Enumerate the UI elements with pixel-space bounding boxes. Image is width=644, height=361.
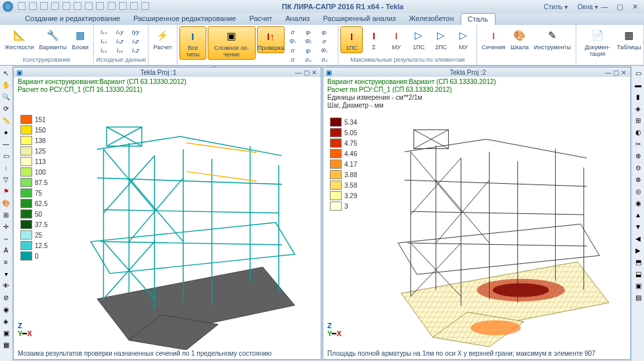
tab-create-edit[interactable]: Создание и редактирование: [18, 13, 127, 25]
tool-axis-icon[interactable]: ✛: [1, 222, 11, 231]
docs-button[interactable]: 📄Докумен-тация: [578, 26, 617, 58]
rtool-2-icon[interactable]: ▬: [633, 80, 643, 89]
rtool-19-icon[interactable]: ▣: [633, 281, 643, 290]
view-min-icon[interactable]: —: [294, 69, 302, 76]
view-max-icon[interactable]: ▢: [302, 69, 310, 76]
tool-hide-icon[interactable]: ⊘: [1, 293, 11, 302]
check-button[interactable]: I↑Проверка: [257, 26, 285, 53]
rtool-1-icon[interactable]: ▭: [633, 68, 643, 77]
view-left-icon[interactable]: ▣: [16, 69, 22, 76]
tool-support-icon[interactable]: ▽: [1, 175, 11, 184]
tool-show-icon[interactable]: ◉: [1, 305, 11, 314]
tool-iso-icon[interactable]: ◈: [1, 316, 11, 326]
qat-flag-icon[interactable]: [141, 2, 149, 10]
rtool-7-icon[interactable]: ✂: [633, 139, 643, 148]
qat-cut-icon[interactable]: [85, 2, 93, 10]
rtool-15-icon[interactable]: ◀: [633, 234, 643, 243]
variants-button[interactable]: 🔧Варианты: [37, 26, 70, 52]
view-right-icon[interactable]: ▣: [326, 69, 332, 76]
rtool-12-icon[interactable]: ◉: [633, 198, 643, 207]
scale-button[interactable]: 🎨Шкала: [508, 26, 532, 52]
close-icon[interactable]: ✕: [628, 3, 641, 11]
all-types-button[interactable]: IВсе типы: [179, 26, 206, 60]
rtool-8-icon[interactable]: ⊕: [633, 151, 643, 160]
tool-color-icon[interactable]: 🎨: [1, 198, 11, 207]
tool-filter-icon[interactable]: ▾: [1, 269, 11, 278]
rtool-9-icon[interactable]: ⊖: [633, 163, 643, 172]
qat-find-icon[interactable]: [119, 2, 127, 10]
view-min-icon[interactable]: —: [604, 69, 612, 76]
qat-paste-icon[interactable]: [108, 2, 116, 10]
instruments-button[interactable]: ✎Инструменты: [532, 26, 574, 52]
tab-steel[interactable]: Сталь: [461, 13, 495, 25]
qat-undo-icon[interactable]: [51, 2, 59, 10]
tab-analysis[interactable]: Анализ: [279, 13, 316, 25]
rtool-3-icon[interactable]: ▮: [633, 92, 643, 101]
tab-ext-edit[interactable]: Расширенное редактирование: [127, 13, 242, 25]
titlebar: ПК ЛИРА-САПР 2016 R1 x64 - Tekla Стиль ▾…: [0, 0, 644, 13]
qat-new-icon[interactable]: [18, 2, 26, 10]
qat-copy-icon[interactable]: [96, 2, 104, 10]
1ps-button[interactable]: I1ПС: [340, 26, 363, 53]
tool-front-icon[interactable]: ▣: [1, 328, 11, 337]
tool-select-icon[interactable]: ↖: [1, 68, 11, 77]
tool-pan-icon[interactable]: ✋: [1, 80, 11, 89]
mu1-button[interactable]: IМУ: [385, 26, 407, 52]
style-dropdown[interactable]: Стиль ▾: [540, 3, 568, 11]
qat-open-icon[interactable]: [29, 2, 37, 10]
calc-button[interactable]: ⚡Расчет: [150, 26, 175, 52]
tool-measure-icon[interactable]: 📏: [1, 116, 11, 125]
rtool-16-icon[interactable]: ▶: [633, 245, 643, 255]
qat-zoom-icon[interactable]: [130, 2, 138, 10]
rtool-5-icon[interactable]: ⊞: [633, 116, 643, 125]
tool-dim-icon[interactable]: ↔: [1, 234, 11, 243]
rtool-11-icon[interactable]: ◎: [633, 186, 643, 196]
mu2-button[interactable]: ▷МУ: [452, 26, 474, 52]
rtool-20-icon[interactable]: ▤: [633, 293, 643, 302]
tool-view-icon[interactable]: 👁: [1, 281, 11, 290]
view-close-icon[interactable]: ✕: [620, 69, 628, 76]
2ps-button[interactable]: ▷2ПС: [430, 26, 452, 52]
tool-plate-icon[interactable]: ▭: [1, 151, 11, 160]
tool-flag-icon[interactable]: ⚑: [1, 186, 11, 196]
tool-text-icon[interactable]: A: [1, 245, 11, 255]
minimize-icon[interactable]: —: [598, 3, 611, 11]
tab-calc[interactable]: Расчет: [242, 13, 279, 25]
sigma-button[interactable]: IΣ: [363, 26, 385, 52]
tool-node-icon[interactable]: ●: [1, 127, 11, 137]
tool-rotate-icon[interactable]: ⟳: [1, 104, 11, 113]
tool-load-icon[interactable]: ↓: [1, 163, 11, 172]
tool-grid-icon[interactable]: ⊞: [1, 210, 11, 219]
app-logo-icon[interactable]: [3, 1, 13, 12]
view-max-icon[interactable]: ▢: [612, 69, 620, 76]
rtool-17-icon[interactable]: ⬒: [633, 257, 643, 266]
view-left-body[interactable]: 15115013812511310087.57562.55037.52512.5…: [14, 95, 321, 350]
maximize-icon[interactable]: ▢: [613, 3, 626, 11]
rtool-6-icon[interactable]: ◐: [633, 127, 643, 137]
complex-section-button[interactable]: ▣Сложное се-чение: [208, 26, 256, 60]
tool-layer-icon[interactable]: ≡: [1, 257, 11, 266]
rtool-18-icon[interactable]: ⬓: [633, 269, 643, 278]
1ps2-button[interactable]: ▷1ПС: [407, 26, 430, 52]
view-close-icon[interactable]: ✕: [310, 69, 318, 76]
rtool-4-icon[interactable]: ◈: [633, 104, 643, 113]
rtool-10-icon[interactable]: ⊗: [633, 175, 643, 184]
tab-concrete[interactable]: Железобетон: [402, 13, 460, 25]
tool-bar-icon[interactable]: —: [1, 139, 11, 148]
tool-top-icon[interactable]: ▦: [1, 340, 11, 349]
view-right-body[interactable]: 5.345.054.754.464.173.883.583.293: [323, 111, 630, 350]
tool-zoom-icon[interactable]: 🔍: [1, 92, 11, 101]
blocks-button[interactable]: ▦Блоки: [69, 26, 91, 52]
windows-dropdown[interactable]: Окна ▾: [574, 3, 598, 11]
rtool-13-icon[interactable]: ▲: [633, 210, 643, 219]
stiffness-button[interactable]: 📐Жесткости: [2, 26, 37, 52]
tables-button[interactable]: ▦Таблицы: [616, 26, 641, 52]
left-toolbar: ↖ ✋ 🔍 ⟳ 📏 ● — ▭ ↓ ▽ ⚑ 🎨 ⊞ ✛ ↔ A ≡ ▾ 👁 ⊘ …: [0, 66, 12, 361]
stress-params: σφᵢφⱼΦᵢ Φⱼσσφᵢ Φⱼσσₓσᵧ: [285, 26, 336, 64]
tab-ext-analysis[interactable]: Расширенный анализ: [316, 13, 402, 25]
rtool-14-icon[interactable]: ▼: [633, 222, 643, 231]
sections-button[interactable]: IСечения: [479, 26, 508, 52]
qat-redo-icon[interactable]: [62, 2, 70, 10]
qat-print-icon[interactable]: [74, 2, 81, 10]
qat-save-icon[interactable]: [40, 2, 48, 10]
